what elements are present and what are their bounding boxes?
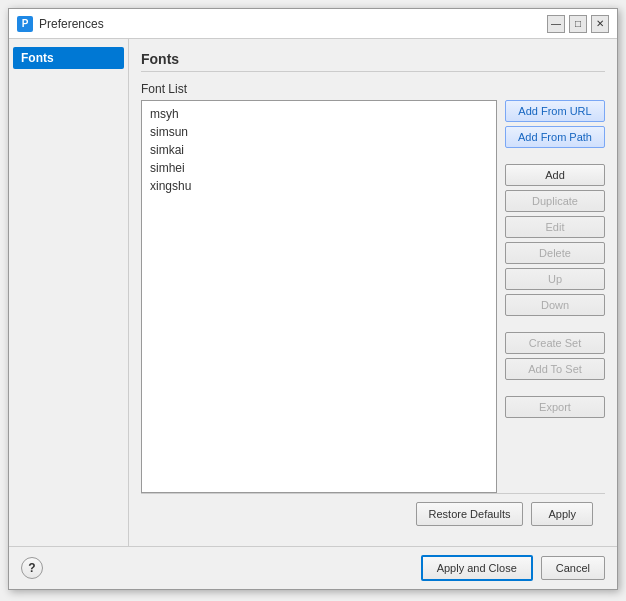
create-set-button[interactable]: Create Set bbox=[505, 332, 605, 354]
minimize-button[interactable]: — bbox=[547, 15, 565, 33]
main-content: Fonts Font List msyhsimsunsimkaisimheixi… bbox=[129, 39, 617, 546]
apply-button[interactable]: Apply bbox=[531, 502, 593, 526]
font-listbox[interactable]: msyhsimsunsimkaisimheixingshu bbox=[141, 100, 497, 493]
font-list-item[interactable]: simhei bbox=[146, 159, 492, 177]
edit-button[interactable]: Edit bbox=[505, 216, 605, 238]
maximize-button[interactable]: □ bbox=[569, 15, 587, 33]
dialog-body: Fonts Fonts Font List msyhsimsunsimkaisi… bbox=[9, 39, 617, 546]
add-from-path-button[interactable]: Add From Path bbox=[505, 126, 605, 148]
add-button[interactable]: Add bbox=[505, 164, 605, 186]
apply-and-close-button[interactable]: Apply and Close bbox=[421, 555, 533, 581]
preferences-dialog: P Preferences — □ ✕ Fonts Fonts Font Lis… bbox=[8, 8, 618, 590]
restore-defaults-button[interactable]: Restore Defaults bbox=[416, 502, 524, 526]
cancel-button[interactable]: Cancel bbox=[541, 556, 605, 580]
up-button[interactable]: Up bbox=[505, 268, 605, 290]
font-area: msyhsimsunsimkaisimheixingshu Add From U… bbox=[141, 100, 605, 493]
add-to-set-button[interactable]: Add To Set bbox=[505, 358, 605, 380]
window-controls: — □ ✕ bbox=[547, 15, 609, 33]
close-button[interactable]: ✕ bbox=[591, 15, 609, 33]
app-icon: P bbox=[17, 16, 33, 32]
font-list-item[interactable]: simkai bbox=[146, 141, 492, 159]
font-list-item[interactable]: simsun bbox=[146, 123, 492, 141]
section-title: Fonts bbox=[141, 51, 605, 72]
dialog-footer: ? Apply and Close Cancel bbox=[9, 546, 617, 589]
title-bar: P Preferences — □ ✕ bbox=[9, 9, 617, 39]
add-from-url-button[interactable]: Add From URL bbox=[505, 100, 605, 122]
font-list-item[interactable]: msyh bbox=[146, 105, 492, 123]
sidebar: Fonts bbox=[9, 39, 129, 546]
delete-button[interactable]: Delete bbox=[505, 242, 605, 264]
export-button[interactable]: Export bbox=[505, 396, 605, 418]
help-button[interactable]: ? bbox=[21, 557, 43, 579]
button-panel: Add From URL Add From Path Add Duplicate… bbox=[505, 100, 605, 493]
action-bar-right: Restore Defaults Apply bbox=[416, 502, 593, 526]
action-bar: Restore Defaults Apply bbox=[141, 493, 605, 534]
duplicate-button[interactable]: Duplicate bbox=[505, 190, 605, 212]
sidebar-item-fonts[interactable]: Fonts bbox=[13, 47, 124, 69]
font-list-label: Font List bbox=[141, 82, 605, 96]
down-button[interactable]: Down bbox=[505, 294, 605, 316]
font-list-item[interactable]: xingshu bbox=[146, 177, 492, 195]
dialog-title: Preferences bbox=[39, 17, 547, 31]
